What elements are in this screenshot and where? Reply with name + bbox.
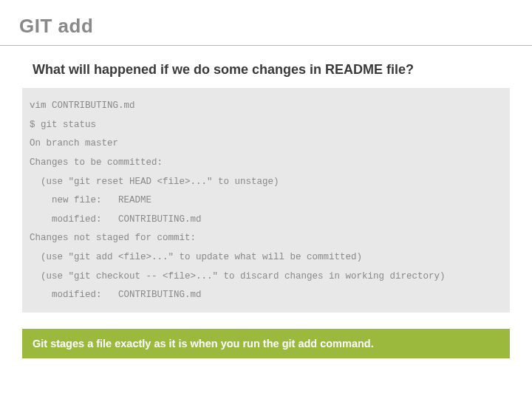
slide-subtitle: What will happened if we do some changes… <box>33 62 513 78</box>
slide-title: GIT add <box>19 15 513 38</box>
code-block: vim CONTRIBUTING.md $ git status On bran… <box>22 88 510 313</box>
callout-box: Git stages a file exactly as it is when … <box>22 329 510 358</box>
title-divider <box>0 45 532 46</box>
slide: GIT add What will happened if we do some… <box>0 0 532 358</box>
